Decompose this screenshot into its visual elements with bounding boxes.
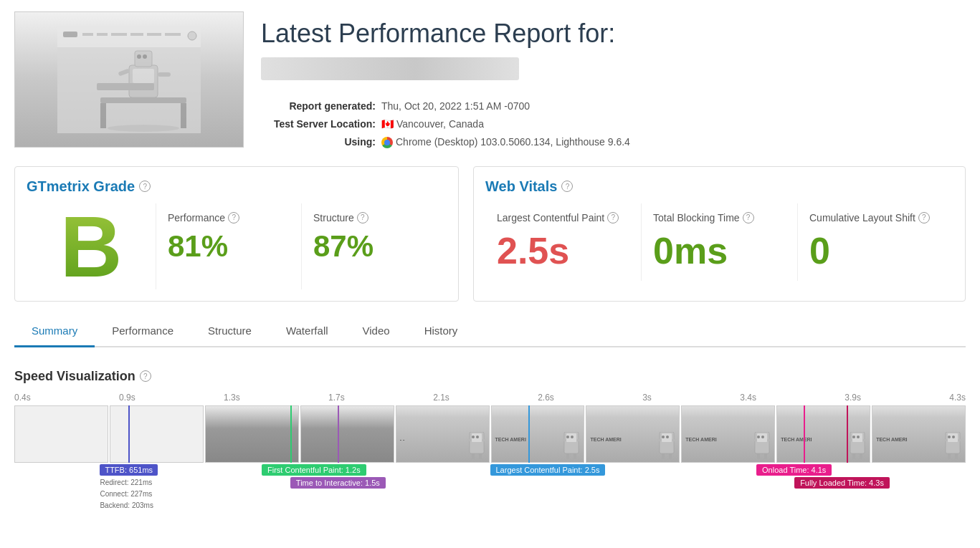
markers-row: TTFB: 651ms Redirect: 221msConnect: 227m… [14,464,966,503]
svg-rect-67 [958,439,962,441]
tabs-list: SummaryPerformanceStructureWaterfallVide… [14,316,966,346]
header-section: Latest Performance Report for: Report ge… [14,11,966,152]
tab-history[interactable]: History [407,316,475,347]
svg-rect-50 [753,439,757,441]
fl-bar: Fully Loaded Time: 4.3s [794,477,890,489]
svg-rect-66 [943,439,948,441]
svg-rect-68 [948,453,951,459]
robot-illustration [57,26,201,133]
timeline-ticks: 0.4s0.9s1.3s1.7s2.1s2.6s3s3.4s3.9s4.3s [14,393,966,405]
using-label: Using: [261,133,376,151]
svg-rect-8 [165,33,181,36]
structure-help-icon[interactable]: ? [357,212,368,223]
lcp-value: 2.5s [497,229,629,272]
filmstrip-wrapper: -- - - TECH AMERI [14,405,966,463]
web-vitals-title: Web Vitals ? [485,178,953,195]
cls-value: 0 [809,229,942,272]
svg-point-17 [143,54,147,59]
tab-structure[interactable]: Structure [191,316,269,347]
ttfb-sub: Redirect: 221msConnect: 227msBackend: 20… [100,477,158,511]
svg-point-41 [666,436,669,438]
cls-help-icon[interactable]: ? [918,212,930,223]
gtmetrix-help-icon[interactable]: ? [139,181,151,192]
lcp-vital: Largest Contentful Paint ? 2.5s [485,203,641,281]
svg-rect-27 [482,439,486,441]
svg-point-33 [571,436,574,438]
speed-help-icon[interactable]: ? [140,370,151,382]
website-thumbnail [14,11,244,148]
test-server-value: 🇨🇦 Vancouver, Canada [381,115,484,133]
tick-label: 1.3s [224,393,240,403]
gtmetrix-title-text: GTmetrix Grade [27,178,135,195]
lcp-vline [528,405,530,463]
tick-label: 4.3s [949,393,966,403]
report-generated-label: Report generated: [261,97,376,115]
svg-point-57 [857,436,860,438]
test-server-label: Test Server Location: [261,115,376,133]
svg-point-32 [566,436,569,438]
structure-value: 87% [313,229,435,264]
svg-rect-26 [467,439,472,441]
url-bar [261,57,519,80]
tti-vline [338,405,339,463]
cls-label: Cumulative Layout Shift ? [809,212,942,223]
tbt-label: Total Blocking Time ? [653,212,786,223]
svg-rect-2 [63,32,77,37]
lcp-help-icon[interactable]: ? [607,212,619,223]
svg-rect-60 [852,453,855,459]
svg-rect-12 [181,103,186,128]
gtmetrix-section-title: GTmetrix Grade ? [27,178,447,195]
ca-flag-icon: 🇨🇦 [381,115,394,133]
svg-rect-3 [82,33,93,36]
svg-rect-69 [955,453,958,459]
svg-rect-5 [111,33,127,36]
svg-rect-19 [158,72,171,77]
performance-help-icon[interactable]: ? [228,212,239,223]
svg-rect-35 [576,439,581,441]
tti-bar: Time to Interactive: 1.5s [290,477,386,489]
structure-metric: Structure ? 87% [301,203,447,289]
tbt-help-icon[interactable]: ? [743,212,754,223]
svg-point-21 [108,125,179,132]
tab-performance[interactable]: Performance [95,316,191,347]
tick-label: 0.9s [119,393,135,403]
meta-row-server: Test Server Location: 🇨🇦 Vancouver, Cana… [261,115,966,133]
lcp-marker: Largest Contentful Paint: 2.5s [490,464,606,476]
tick-label: 3s [642,393,652,403]
tick-label: 3.4s [740,393,756,403]
vitals-grid: Largest Contentful Paint ? 2.5s Total Bl… [485,203,953,281]
filmstrip-frame: TECH AMERI [586,405,680,463]
svg-rect-44 [662,453,665,459]
meta-info: Report generated: Thu, Oct 20, 2022 1:51… [261,97,966,152]
lcp-label: Largest Contentful Paint ? [497,212,629,223]
fl-vline [847,405,848,463]
tab-summary[interactable]: Summary [14,316,95,347]
report-title: Latest Performance Report for: [261,19,966,49]
svg-rect-37 [574,453,576,459]
tab-waterfall[interactable]: Waterfall [269,316,346,347]
svg-rect-61 [860,453,862,459]
filmstrip-frame [14,405,108,463]
svg-rect-11 [100,103,106,128]
fcp-vline [290,405,292,463]
tbt-vital: Total Blocking Time ? 0ms [641,203,797,281]
web-vitals-title-text: Web Vitals [485,178,557,195]
filmstrip: -- - - TECH AMERI [14,405,966,463]
browser-info: Chrome (Desktop) 103.0.5060.134, Lightho… [396,133,630,151]
svg-point-9 [188,32,196,40]
svg-rect-59 [862,439,867,441]
performance-value: 81% [168,229,290,264]
speed-section: Speed Visualization ? 0.4s0.9s1.3s1.7s2.… [14,362,966,510]
svg-rect-36 [566,453,569,459]
svg-rect-34 [562,439,566,441]
tab-video[interactable]: Video [346,316,407,347]
svg-rect-15 [135,51,152,67]
svg-rect-6 [130,33,143,36]
web-vitals-help-icon[interactable]: ? [561,181,573,192]
svg-point-65 [952,436,955,438]
tick-label: 0.4s [14,393,31,403]
tick-label: 3.9s [845,393,861,403]
svg-point-25 [476,436,479,438]
meta-row-generated: Report generated: Thu, Oct 20, 2022 1:51… [261,97,966,115]
performance-label: Performance ? [168,212,290,223]
